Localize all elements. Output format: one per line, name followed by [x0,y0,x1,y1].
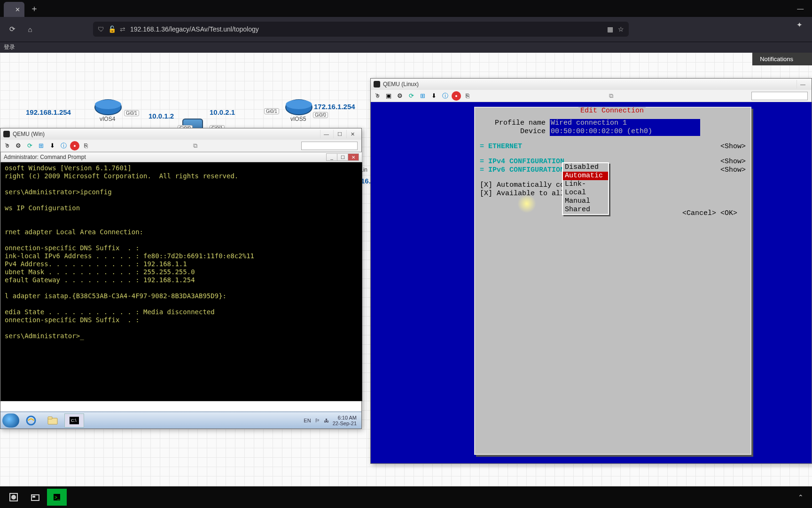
explorer-icon[interactable] [43,413,62,428]
home-icon[interactable]: ⌂ [23,23,37,36]
svg-rect-12 [32,496,35,498]
cmd-titlebar[interactable]: Administrator: Command Prompt _ ☐ ✕ [0,152,362,162]
auto-connect-checkbox[interactable]: [X] Automatically co [480,181,746,190]
ip-label: 10.0.1.2 [148,112,174,120]
windows-icon[interactable]: ⊞ [36,141,46,151]
door-icon[interactable]: ⎘ [81,141,91,151]
browser-address-bar: ⟳ ⌂ 🛡 🔓 ⇄ 192.168.1.36/legacy/ASAv/Test.… [0,17,812,41]
cancel-button[interactable]: <Cancel> [682,209,716,217]
nmtui-dialog[interactable]: Edit Connection Profile name Wired conne… [474,107,751,455]
expand-arrow-icon[interactable]: ⌃ [798,493,808,501]
toolbar-search-input[interactable] [301,142,358,150]
cmd-window[interactable]: Administrator: Command Prompt _ ☐ ✕ osof… [0,152,362,401]
windows-taskbar[interactable]: C:\ EN 🏳 🖧 6:10 AM 22-Sep-21 [0,412,361,429]
minimize-button[interactable]: — [796,80,809,88]
tray-date: 22-Sep-21 [333,421,357,426]
os-app-3-active[interactable]: >_ [47,489,67,506]
cmd-output[interactable]: osoft Windows [Version 6.1.7601] right (… [0,162,362,401]
cmd-title: Administrator: Command Prompt [4,154,86,160]
router-node[interactable] [94,98,122,117]
shield-icon: 🛡 [98,25,104,33]
start-button[interactable] [2,413,19,428]
tray-network-icon[interactable]: 🖧 [324,418,329,423]
profile-label: Profile name [480,119,546,127]
svg-point-4 [27,416,35,425]
show-toggle[interactable]: <Show> [720,143,746,151]
close-button[interactable]: ✕ [346,130,359,138]
window-title: QEMU (Win) [13,131,45,137]
cmd-maximize-button[interactable]: ☐ [337,153,348,161]
notifications-button[interactable]: Notifications [752,53,812,65]
ip-label: 192.168.1.254 [26,108,71,116]
ipv4-mode-dropdown[interactable]: Disabled Automatic Link-Local Manual Sha… [562,162,609,215]
show-toggle[interactable]: <Show> [720,158,746,166]
bookmark-star-icon[interactable]: ☆ [618,25,624,33]
ok-button[interactable]: <OK> [720,209,737,217]
os-app-1[interactable] [4,489,23,506]
router-node[interactable] [285,98,313,117]
settings-icon[interactable]: ⚙ [395,91,405,101]
dropdown-option-manual[interactable]: Manual [563,197,608,206]
linux-terminal[interactable]: Edit Connection Profile name Wired conne… [371,102,812,463]
settings-icon[interactable]: ⚙ [14,141,23,151]
fit-icon[interactable]: ▣ [384,91,393,101]
extension-icon[interactable]: ✦ [796,21,803,29]
stop-icon[interactable]: ● [452,91,461,101]
iface-label: Gi0/0 [313,112,328,118]
profile-name-input[interactable]: Wired connection 1 [550,119,700,127]
qemu-win-titlebar[interactable]: QEMU (Win) — ☐ ✕ [0,128,361,140]
door-icon[interactable]: ⎘ [463,91,472,101]
ip-label: 16. [361,177,371,185]
svg-point-3 [286,100,312,109]
qemu-linux-titlebar[interactable]: QEMU (Linux) — [371,79,812,90]
os-app-2[interactable] [25,489,45,506]
download-icon[interactable]: ⬇ [429,91,438,101]
url-input[interactable]: 🛡 🔓 ⇄ 192.168.1.36/legacy/ASAv/Test.unl/… [93,22,629,37]
ipv6-section[interactable]: = IPv6 CONFIGURATION [480,166,564,174]
show-toggle[interactable]: <Show> [720,166,746,175]
device-input[interactable]: 00:50:00:00:02:00 (eth0) [550,127,700,136]
ipv4-section[interactable]: = IPv4 CONFIGURATION [480,158,564,166]
svg-rect-6 [48,417,52,419]
cmd-minimize-button[interactable]: _ [326,153,337,161]
restore-icon[interactable]: ⧉ [193,142,199,150]
qemu-linux-window[interactable]: QEMU (Linux) — 🖰 ▣ ⚙ ⟳ ⊞ ⬇ ⓘ ● ⎘ ⧉ Edit … [370,78,812,464]
cmd-close-button[interactable]: ✕ [348,153,359,161]
tab-close-icon[interactable]: ✕ [14,6,21,13]
dropdown-option-linklocal[interactable]: Link-Local [563,180,608,197]
info-icon[interactable]: ⓘ [440,91,450,101]
bookmark-item[interactable]: 登录 [4,44,15,50]
lang-indicator[interactable]: EN [304,418,311,423]
toggle-icon: ⇄ [120,25,125,33]
topology-canvas[interactable]: Notifications 192.168.1.254 10.0.1.2 10.… [0,53,812,486]
dropdown-option-shared[interactable]: Shared [563,206,608,214]
os-taskbar[interactable]: >_ ⌃ [0,486,812,508]
minimize-button[interactable]: — [320,130,332,138]
qr-icon[interactable]: ▦ [607,25,613,33]
gear-icon[interactable]: 🖰 [2,141,12,151]
refresh-icon[interactable]: ⟳ [406,91,416,101]
toolbar-search-input[interactable] [751,92,808,100]
mouse-icon[interactable]: 🖰 [373,91,382,101]
qemu-win-window[interactable]: QEMU (Win) — ☐ ✕ 🖰 ⚙ ⟳ ⊞ ⬇ ⓘ ● ⎘ ⧉ Admin… [0,128,362,429]
stop-icon[interactable]: ● [70,141,79,151]
bookmarks-bar: 登录 [0,42,812,53]
dropdown-option-automatic[interactable]: Automatic [563,172,608,180]
info-icon[interactable]: ⓘ [59,141,68,151]
tray-flag-icon[interactable]: 🏳 [315,418,320,423]
reload-icon[interactable]: ⟳ [6,23,19,36]
refresh-icon[interactable]: ⟳ [25,141,34,151]
maximize-button[interactable]: ☐ [333,130,345,138]
ethernet-section[interactable]: = ETHERNET [480,143,522,151]
dropdown-option-disabled[interactable]: Disabled [563,163,608,172]
cmd-taskbar-item[interactable]: C:\ [64,413,84,428]
system-clock[interactable]: 6:10 AM 22-Sep-21 [333,415,357,426]
svg-text:C:\: C:\ [71,418,77,423]
restore-icon[interactable]: ⧉ [609,92,615,100]
browser-tab[interactable]: ✕ [4,2,24,17]
new-tab-button[interactable]: ＋ [30,3,39,14]
download-icon[interactable]: ⬇ [47,141,57,151]
node-label: vIOS5 [290,116,306,122]
ie-icon[interactable] [21,413,41,428]
windows-icon[interactable]: ⊞ [418,91,427,101]
